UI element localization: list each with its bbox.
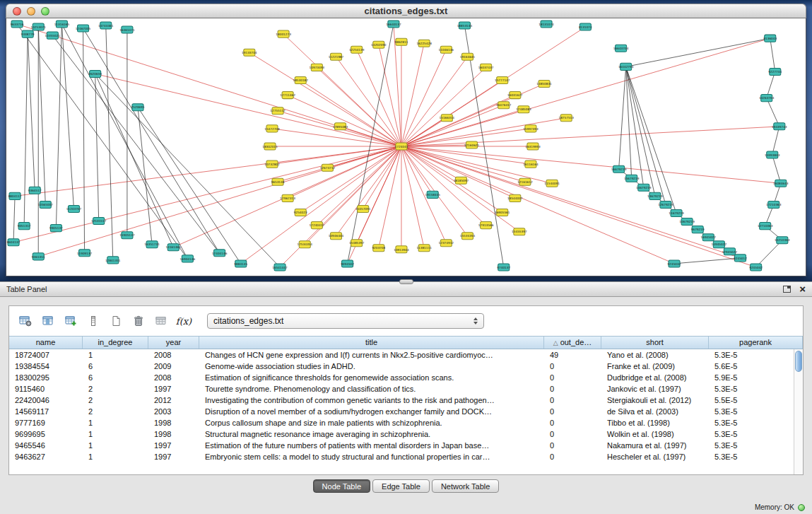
table-row[interactable]: 946362711997Embryonic stem cells: a mode… xyxy=(9,451,803,462)
graph-node[interactable]: 16031627 xyxy=(507,92,523,99)
graph-node[interactable]: 12674712 xyxy=(320,164,336,171)
window-titlebar[interactable]: citations_edges.txt xyxy=(6,4,806,18)
graph-node[interactable]: 12160621 xyxy=(464,141,480,148)
graph-node[interactable]: 10732802 xyxy=(264,160,280,168)
graph-node[interactable]: 9061351 xyxy=(32,253,45,260)
graph-node[interactable]: 10913944 xyxy=(394,246,409,253)
graph-node[interactable]: 9245012 xyxy=(734,255,747,262)
graph-node[interactable]: 18001273 xyxy=(276,30,291,37)
graph-node[interactable]: 10210363 xyxy=(775,237,790,244)
graph-node[interactable]: 18302015 xyxy=(262,143,278,150)
graph-node[interactable]: 9905137 xyxy=(49,225,63,232)
graph-node[interactable]: 15993843 xyxy=(765,151,780,158)
graph-node[interactable]: 2620659 xyxy=(88,70,102,77)
graph-node[interactable]: 11544091 xyxy=(544,180,560,187)
tab-node-table[interactable]: Node Table xyxy=(313,479,370,493)
graph-node[interactable]: 14202090 xyxy=(371,41,387,48)
graph-node[interactable]: 16945022 xyxy=(701,234,717,241)
graph-node[interactable]: 1724041 xyxy=(395,143,408,150)
graph-node[interactable]: 15679219 xyxy=(624,175,640,182)
graph-node[interactable]: 18185097 xyxy=(454,177,469,184)
graph-node[interactable]: 15057091 xyxy=(355,205,371,212)
graph-node[interactable]: 12841351 xyxy=(105,257,121,264)
graph-node[interactable]: 19158445 xyxy=(425,191,440,198)
graph-node[interactable]: 12711462 xyxy=(280,92,295,99)
graph-node[interactable]: 11316165 xyxy=(54,21,70,28)
graph-node[interactable]: 16643704 xyxy=(613,45,629,52)
graph-node[interactable]: 11909137 xyxy=(77,250,93,257)
graph-node[interactable]: 17967313 xyxy=(280,194,295,201)
graph-node[interactable]: 12531517 xyxy=(91,218,107,225)
graph-node[interactable]: 2520695 xyxy=(131,104,145,111)
scrollbar-thumb[interactable] xyxy=(795,351,802,372)
zoom-window-button[interactable] xyxy=(41,7,49,16)
table-row[interactable]: 1872400712008Changes of HCN gene express… xyxy=(9,349,803,361)
tab-edge-table[interactable]: Edge Table xyxy=(372,479,430,493)
column-header-in_degree[interactable]: in_degree xyxy=(83,337,148,349)
graph-node[interactable]: 13679219 xyxy=(647,192,663,199)
graph-node[interactable]: 15472708 xyxy=(264,125,280,132)
graph-node[interactable]: 11046146 xyxy=(439,46,454,53)
graph-node[interactable]: 15485397 xyxy=(349,240,365,247)
graph-node[interactable]: 9094502 xyxy=(341,260,354,267)
column-header-title[interactable]: title xyxy=(199,337,544,349)
graph-node[interactable]: 17895083 xyxy=(333,123,348,130)
network-view[interactable]: 1724041163199931599739317485083160316271… xyxy=(6,18,806,276)
show-column-icon[interactable] xyxy=(39,312,57,330)
graph-node[interactable]: 15777147 xyxy=(495,76,510,83)
column-header-short[interactable]: short xyxy=(601,337,709,349)
graph-node[interactable]: 12710363 xyxy=(758,223,773,230)
panel-resize-handle[interactable] xyxy=(399,279,413,284)
graph-node[interactable]: 9653148 xyxy=(271,178,285,185)
network-graph[interactable]: 1724041163199931599739317485083160316271… xyxy=(6,18,806,276)
graph-node[interactable]: 9051317 xyxy=(18,223,31,230)
graph-node[interactable]: 14744461 xyxy=(98,22,114,29)
graph-node[interactable]: 12467005 xyxy=(76,25,91,32)
float-panel-icon[interactable] xyxy=(783,286,791,293)
graph-node[interactable]: 17240417 xyxy=(310,222,325,229)
graph-node[interactable]: 14850831 xyxy=(536,80,552,87)
graph-node[interactable]: 17210363 xyxy=(766,201,782,208)
table-scrollbar[interactable] xyxy=(794,349,803,474)
table-panel-header[interactable]: Table Panel × xyxy=(0,281,812,297)
table-row[interactable]: 1938455462009Genome-wide association stu… xyxy=(9,361,803,372)
graph-node[interactable]: 11243707 xyxy=(66,205,82,212)
column-header-pagerank[interactable]: pagerank xyxy=(709,337,803,349)
graph-node[interactable]: 8804117 xyxy=(8,192,22,199)
graph-node[interactable]: 15905137 xyxy=(119,232,135,239)
graph-node[interactable]: 8131074 xyxy=(579,23,592,30)
graph-node[interactable]: 18544007 xyxy=(507,194,523,201)
column-header-year[interactable]: year xyxy=(148,337,199,349)
graph-node[interactable]: 18530182 xyxy=(293,76,308,83)
graph-node[interactable]: 12755112 xyxy=(270,107,286,115)
graph-node[interactable]: 14945022 xyxy=(712,241,727,248)
graph-node[interactable]: 10565007 xyxy=(38,201,54,208)
graph-node[interactable]: 15997393 xyxy=(523,125,539,132)
graph-node[interactable]: 11679219 xyxy=(669,209,684,216)
graph-node[interactable]: 10679219 xyxy=(679,218,695,226)
graph-node[interactable]: 10355021 xyxy=(45,32,61,39)
graph-node[interactable]: 16084643 xyxy=(773,180,789,187)
graph-node[interactable]: 16541447 xyxy=(272,264,288,271)
graph-node[interactable]: 18853144 xyxy=(457,22,473,29)
graph-node[interactable]: 16351731 xyxy=(144,241,160,248)
close-window-button[interactable] xyxy=(13,7,21,16)
graph-node[interactable]: 16461471 xyxy=(119,26,135,33)
table-row[interactable]: 1456911722003Disruption of a novel membe… xyxy=(9,406,803,417)
graph-node[interactable]: 17534354 xyxy=(297,241,312,248)
graph-node[interactable]: 9884145 xyxy=(234,260,247,267)
graph-node[interactable]: 10253071 xyxy=(30,23,46,30)
graph-node[interactable]: 11221987 xyxy=(329,53,344,60)
graph-node[interactable]: 18757513 xyxy=(558,115,574,122)
graph-node[interactable]: 16225428 xyxy=(416,40,432,47)
table-row[interactable]: 969969511998Structural magnetic resonanc… xyxy=(9,428,803,440)
graph-node[interactable]: 16319993 xyxy=(525,143,541,150)
graph-node[interactable]: 9136043 xyxy=(763,35,777,42)
graph-node[interactable]: 8604137 xyxy=(7,239,20,246)
column-header-out_degree[interactable]: △out_de… xyxy=(544,337,601,349)
graph-node[interactable]: 9338779 xyxy=(21,30,35,37)
close-panel-icon[interactable]: × xyxy=(799,285,806,293)
graph-node[interactable]: 16037437 xyxy=(478,64,494,71)
graph-node[interactable]: 12945022 xyxy=(722,248,738,255)
graph-node[interactable]: 9254023 xyxy=(294,209,307,216)
